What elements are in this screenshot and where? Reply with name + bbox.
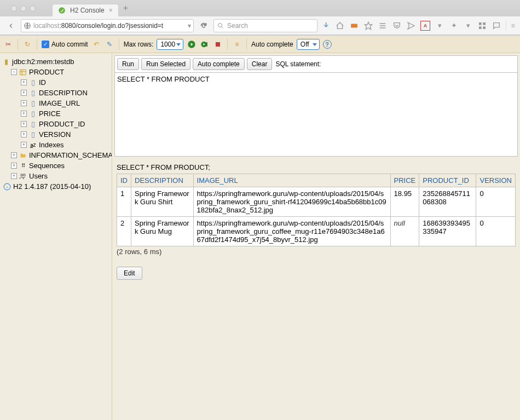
col-label: VERSION: [39, 130, 71, 139]
edit-button[interactable]: Edit: [117, 267, 142, 280]
browser-chrome: H2 Console × + localhost :8080/console/l…: [0, 0, 520, 36]
info-icon: [3, 183, 11, 191]
cell-id: 2: [117, 217, 131, 246]
tree-col-product-id[interactable]: + ▯ PRODUCT_ID: [2, 119, 109, 129]
back-button[interactable]: [4, 19, 18, 32]
menu-icon[interactable]: [506, 21, 516, 31]
chat-icon[interactable]: [492, 21, 501, 31]
expand-icon[interactable]: +: [21, 90, 27, 96]
auto-complete-select[interactable]: Off: [297, 39, 320, 50]
refresh-button[interactable]: [197, 19, 210, 32]
tree-col-description[interactable]: + ▯ DESCRIPTION: [2, 88, 109, 98]
disconnect-icon[interactable]: ✂: [3, 39, 13, 49]
browser-tab[interactable]: H2 Console ×: [52, 4, 119, 16]
expand-icon[interactable]: +: [21, 131, 27, 137]
new-tab-button[interactable]: +: [123, 3, 128, 13]
tree-users[interactable]: + Users: [2, 171, 109, 181]
tab-title: H2 Console: [70, 7, 105, 14]
tree-col-image-url[interactable]: + ▯ IMAGE_URL: [2, 98, 109, 108]
home-icon[interactable]: [335, 21, 345, 31]
expand-icon[interactable]: +: [21, 142, 27, 148]
dropdown2-icon[interactable]: ▾: [463, 21, 473, 31]
clear-button[interactable]: Clear: [247, 58, 273, 70]
version-label: H2 1.4.187 (2015-04-10): [13, 182, 91, 191]
run-button[interactable]: Run: [117, 58, 139, 70]
dropdown-icon[interactable]: ▾: [435, 21, 444, 31]
tree-sequences[interactable]: + ⠿ Sequences: [2, 160, 109, 171]
expand-icon[interactable]: +: [21, 121, 27, 127]
run-icon[interactable]: [187, 39, 197, 49]
expand-icon[interactable]: +: [21, 111, 27, 117]
tree-indexes[interactable]: + a̲z Indexes: [2, 140, 109, 150]
column-icon: ▯: [29, 79, 37, 87]
close-window-icon[interactable]: [11, 5, 17, 11]
users-label: Users: [29, 172, 48, 180]
expand-icon[interactable]: +: [11, 163, 17, 169]
content-area: Run Run Selected Auto complete Clear SQL…: [112, 53, 520, 420]
column-icon: ▯: [29, 110, 37, 118]
star-icon[interactable]: [363, 21, 373, 31]
tab-close-icon[interactable]: ×: [109, 7, 113, 14]
results-query-text: SELECT * FROM PRODUCT;: [117, 163, 516, 171]
stop-icon[interactable]: [213, 39, 223, 49]
auto-complete-button[interactable]: Auto complete: [193, 58, 245, 70]
minimize-window-icon[interactable]: [20, 5, 26, 11]
history-icon[interactable]: ≡: [232, 39, 242, 49]
grid-icon[interactable]: [477, 21, 487, 31]
pdf-icon[interactable]: A: [420, 21, 430, 31]
col-header-image-url[interactable]: IMAGE_URL: [197, 176, 238, 185]
col-header-product-id[interactable]: PRODUCT_ID: [423, 176, 469, 185]
max-rows-select[interactable]: 1000: [157, 39, 183, 50]
col-label: ID: [39, 78, 46, 87]
column-icon: ▯: [29, 89, 37, 97]
send-icon[interactable]: [406, 21, 416, 31]
cell-product-id: 168639393495335947: [419, 217, 476, 246]
svg-rect-7: [483, 26, 486, 29]
spring-favicon-icon: [58, 7, 66, 14]
commit-icon[interactable]: ✎: [105, 39, 114, 49]
tree-info-schema[interactable]: + INFORMATION_SCHEMA: [2, 150, 109, 160]
info-schema-label: INFORMATION_SCHEMA: [29, 151, 112, 159]
expand-icon[interactable]: +: [21, 79, 27, 85]
run-selected-icon[interactable]: [200, 39, 210, 49]
results-panel: SELECT * FROM PRODUCT; ID DESCRIPTION IM…: [112, 159, 520, 284]
sequences-icon: ⠿: [19, 162, 27, 170]
tree-col-price[interactable]: + ▯ PRICE: [2, 108, 109, 119]
wand-icon[interactable]: ✦: [449, 21, 459, 31]
expand-icon[interactable]: +: [11, 152, 17, 158]
reader-dropdown-icon[interactable]: ▾: [188, 22, 191, 30]
col-header-price[interactable]: PRICE: [394, 176, 416, 185]
col-header-version[interactable]: VERSION: [479, 176, 512, 185]
tree-table-product[interactable]: − PRODUCT: [2, 67, 109, 77]
search-placeholder: Search: [227, 22, 248, 30]
undo-icon[interactable]: ↶: [91, 39, 101, 49]
run-selected-button[interactable]: Run Selected: [141, 58, 190, 70]
col-header-id[interactable]: ID: [120, 176, 128, 185]
pocket-icon[interactable]: [392, 21, 402, 31]
tree-version: H2 1.4.187 (2015-04-10): [2, 181, 109, 192]
indexes-icon: a̲z: [29, 141, 37, 149]
expand-icon[interactable]: +: [21, 100, 27, 106]
url-path: :8080/console/login.do?jsessionid=t: [59, 22, 163, 30]
column-icon: ▯: [29, 100, 37, 107]
search-field[interactable]: Search: [213, 19, 317, 32]
collapse-icon[interactable]: −: [11, 69, 17, 75]
maximize-window-icon[interactable]: [30, 5, 36, 11]
list-icon[interactable]: [378, 21, 388, 31]
col-header-description[interactable]: DESCRIPTION: [135, 176, 183, 185]
tree-col-id[interactable]: + ▯ ID: [2, 77, 109, 88]
sql-textarea[interactable]: [115, 72, 517, 154]
help-icon[interactable]: ?: [323, 40, 332, 49]
auto-commit-checkbox[interactable]: ✓ Auto commit: [42, 41, 88, 48]
refresh-tree-icon[interactable]: ↻: [22, 39, 32, 49]
table-row: 2 Spring Framework Guru Mug https://spri…: [117, 217, 516, 246]
folder-icon[interactable]: [349, 21, 359, 31]
col-label: PRICE: [39, 110, 61, 118]
expand-icon[interactable]: +: [11, 173, 17, 179]
sql-buttons: Run Run Selected Auto complete Clear SQL…: [115, 56, 517, 72]
svg-rect-5: [483, 22, 486, 25]
download-icon[interactable]: [321, 21, 331, 31]
tree-col-version[interactable]: + ▯ VERSION: [2, 129, 109, 140]
tree-db-url[interactable]: ▮ jdbc:h2:mem:testdb: [2, 56, 109, 67]
url-field[interactable]: localhost :8080/console/login.do?jsessio…: [21, 19, 194, 32]
